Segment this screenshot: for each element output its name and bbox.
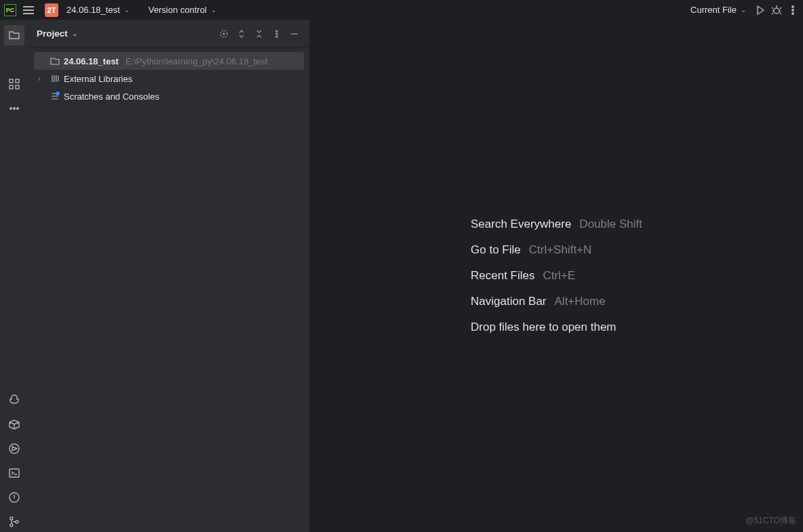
more-menu-button[interactable] xyxy=(787,4,799,16)
editor-empty-state: Search Everywhere Double Shift Go to Fil… xyxy=(310,20,803,532)
svg-point-8 xyxy=(10,108,12,110)
tip-label: Recent Files xyxy=(471,269,534,283)
panel-header: Project ⌄ xyxy=(28,20,309,48)
python-console-button[interactable] xyxy=(4,390,24,410)
tip-label: Drop files here to open them xyxy=(471,321,616,334)
vcs-label: Version control xyxy=(149,5,207,15)
services-button[interactable] xyxy=(4,438,24,459)
scratches-icon xyxy=(50,91,60,101)
tree-root-item[interactable]: 24.06.18_test E:\Python\learning_py\24.0… xyxy=(34,52,304,70)
project-tool-button[interactable] xyxy=(4,25,24,45)
tree-node-name: 24.06.18_test xyxy=(64,56,119,66)
tip-shortcut: Alt+Home xyxy=(555,295,606,308)
run-config-label: Current File xyxy=(690,5,737,15)
hide-panel-button[interactable] xyxy=(288,27,301,41)
expand-all-button[interactable] xyxy=(235,27,248,41)
chevron-down-icon: ⌄ xyxy=(72,30,77,37)
svg-rect-6 xyxy=(9,85,13,89)
project-panel: Project ⌄ 24.06.18_test E:\Python\learni… xyxy=(28,20,310,532)
svg-point-1 xyxy=(792,5,794,7)
svg-point-18 xyxy=(223,33,224,35)
chevron-down-icon: ⌄ xyxy=(211,6,216,14)
watermark: @51CTO博客 xyxy=(745,515,796,527)
svg-point-0 xyxy=(774,8,779,14)
svg-point-2 xyxy=(792,9,794,10)
vcs-selector[interactable]: Version control ⌄ xyxy=(144,5,220,15)
terminal-button[interactable] xyxy=(4,463,24,483)
svg-point-15 xyxy=(10,524,13,527)
svg-point-10 xyxy=(17,108,19,110)
tip-shortcut: Ctrl+Shift+N xyxy=(529,243,592,257)
left-toolbar xyxy=(0,20,28,532)
project-name: 24.06.18_test xyxy=(66,5,120,15)
tip-drop-files: Drop files here to open them xyxy=(471,321,642,334)
tree-node-label: Scratches and Consoles xyxy=(64,91,159,102)
structure-tool-button[interactable] xyxy=(4,74,24,94)
tip-navigation-bar[interactable]: Navigation Bar Alt+Home xyxy=(471,295,642,308)
titlebar: PC 2T 24.06.18_test ⌄ Version control ⌄ … xyxy=(0,0,803,20)
svg-rect-4 xyxy=(9,79,13,83)
library-icon xyxy=(50,74,60,83)
packages-button[interactable] xyxy=(4,414,24,434)
tree-scratches[interactable]: Scratches and Consoles xyxy=(34,87,304,105)
editor-tips: Search Everywhere Double Shift Go to Fil… xyxy=(471,218,642,334)
project-badge: 2T xyxy=(45,3,58,17)
run-button[interactable] xyxy=(754,4,766,16)
tip-recent-files[interactable]: Recent Files Ctrl+E xyxy=(471,269,642,283)
tip-label: Navigation Bar xyxy=(471,295,547,308)
tip-label: Search Everywhere xyxy=(471,218,571,231)
folder-icon xyxy=(50,56,60,66)
tip-shortcut: Ctrl+E xyxy=(543,269,576,283)
main-menu-button[interactable] xyxy=(20,3,37,17)
svg-rect-7 xyxy=(16,85,19,89)
tip-search-everywhere[interactable]: Search Everywhere Double Shift xyxy=(471,218,642,231)
chevron-right-icon: › xyxy=(38,75,46,83)
svg-point-21 xyxy=(276,35,277,37)
tree-external-libraries[interactable]: › External Libraries xyxy=(34,70,304,87)
git-button[interactable] xyxy=(4,512,24,532)
svg-point-9 xyxy=(14,108,16,110)
panel-title-label: Project xyxy=(37,28,68,39)
run-config-selector[interactable]: Current File ⌄ xyxy=(686,5,750,15)
svg-point-20 xyxy=(276,33,277,34)
tip-label: Go to File xyxy=(471,243,521,257)
collapse-all-button[interactable] xyxy=(252,27,266,41)
tip-go-to-file[interactable]: Go to File Ctrl+Shift+N xyxy=(471,243,642,257)
chevron-down-icon: ⌄ xyxy=(741,6,746,14)
svg-point-14 xyxy=(10,517,13,520)
svg-rect-5 xyxy=(16,79,19,83)
panel-title-dropdown[interactable]: Project ⌄ xyxy=(37,28,77,39)
project-selector[interactable]: 24.06.18_test ⌄ xyxy=(62,5,134,15)
tip-shortcut: Double Shift xyxy=(579,218,642,231)
project-tree: 24.06.18_test E:\Python\learning_py\24.0… xyxy=(28,48,309,109)
problems-button[interactable] xyxy=(4,487,24,508)
svg-point-3 xyxy=(792,12,794,14)
svg-point-16 xyxy=(16,520,18,523)
panel-options-button[interactable] xyxy=(270,27,283,41)
svg-point-19 xyxy=(276,30,277,31)
tree-node-path: E:\Python\learning_py\24.06.18_test xyxy=(125,56,268,66)
more-tools-button[interactable] xyxy=(4,98,24,119)
pycharm-icon: PC xyxy=(4,4,16,16)
debug-button[interactable] xyxy=(770,4,783,16)
tree-node-label: External Libraries xyxy=(64,74,132,84)
chevron-down-icon: ⌄ xyxy=(124,6,130,14)
select-opened-file-button[interactable] xyxy=(217,27,231,41)
